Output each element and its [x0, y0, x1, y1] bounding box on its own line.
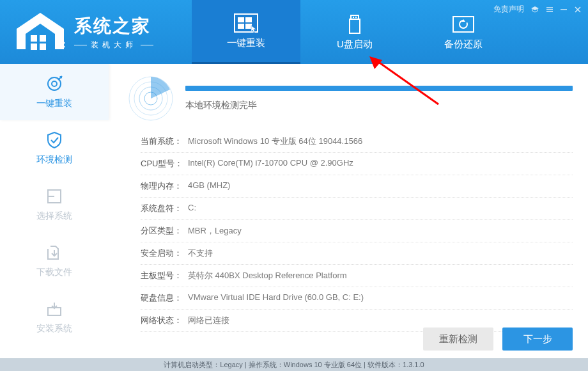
- logo-subtitle: 装机大师: [74, 40, 153, 51]
- tab-label: 一键重装: [227, 37, 265, 49]
- close-icon[interactable]: [574, 6, 582, 13]
- sidebar-item-select-system[interactable]: 选择系统: [0, 177, 109, 233]
- logo-title: 系统之家: [74, 14, 153, 38]
- sidebar-item-download[interactable]: 下载文件: [0, 233, 109, 289]
- info-row-disk: 硬盘信息：VMware Virtual IDE Hard Drive (60.0…: [141, 287, 573, 310]
- menu-icon[interactable]: [546, 6, 553, 13]
- logo-icon: [12, 10, 69, 54]
- svg-rect-4: [40, 43, 46, 50]
- action-buttons: 重新检测 下一步: [423, 328, 573, 351]
- usb-icon: [342, 14, 368, 35]
- svg-rect-3: [31, 43, 37, 50]
- svg-rect-18: [350, 19, 360, 33]
- tab-reinstall[interactable]: 一键重装: [192, 0, 300, 64]
- sidebar: 一键重装 环境检测 选择系统 下载文件 安装系统: [0, 64, 109, 358]
- target-icon: [45, 75, 63, 93]
- header: 系统之家 装机大师 一键重装 U盘启动 备份还原 免责声明: [0, 0, 588, 64]
- graduation-icon[interactable]: [530, 6, 539, 13]
- backup-icon: [451, 14, 476, 35]
- info-row-os: 当前系统：Microsoft Windows 10 专业版 64位 19044.…: [141, 130, 573, 153]
- scan-row: 本地环境检测完毕: [128, 75, 573, 122]
- tab-label: U盘启动: [337, 38, 373, 51]
- svg-rect-11: [245, 17, 252, 22]
- body: 一键重装 环境检测 选择系统 下载文件 安装系统: [0, 64, 588, 358]
- sidebar-label: 下载文件: [36, 267, 72, 278]
- info-row-memory: 物理内存：4GB (MHZ): [141, 175, 573, 198]
- info-list: 当前系统：Microsoft Windows 10 专业版 64位 19044.…: [128, 130, 573, 332]
- progress-bar: [185, 86, 573, 91]
- tab-label: 备份还原: [444, 38, 483, 51]
- sidebar-label: 选择系统: [36, 210, 72, 222]
- sidebar-item-install[interactable]: 安装系统: [0, 289, 109, 345]
- svg-rect-2: [40, 35, 46, 42]
- svg-rect-10: [238, 17, 244, 22]
- logo: 系统之家 装机大师: [12, 10, 153, 54]
- shield-check-icon: [45, 131, 63, 149]
- svg-point-5: [59, 42, 61, 44]
- download-icon: [45, 244, 63, 262]
- next-button[interactable]: 下一步: [502, 328, 573, 351]
- sidebar-item-env-check[interactable]: 环境检测: [0, 120, 109, 177]
- svg-rect-12: [238, 24, 244, 29]
- svg-point-6: [63, 42, 65, 44]
- sidebar-item-reinstall[interactable]: 一键重装: [0, 64, 109, 120]
- svg-rect-19: [453, 17, 474, 32]
- info-row-partition: 分区类型：MBR，Legacy: [141, 220, 573, 242]
- recheck-button[interactable]: 重新检测: [423, 328, 493, 351]
- sidebar-label: 一键重装: [36, 98, 72, 109]
- svg-rect-1: [31, 35, 37, 42]
- window-controls: 免责声明: [493, 4, 582, 15]
- svg-rect-16: [353, 17, 354, 18]
- svg-point-30: [52, 81, 57, 86]
- info-row-motherboard: 主板型号：英特尔 440BX Desktop Reference Platfor…: [141, 265, 573, 287]
- svg-rect-17: [355, 17, 357, 18]
- statusbar: 计算机启动类型：Legacy | 操作系统：Windows 10 专业版 64位…: [0, 358, 588, 371]
- main-panel: 本地环境检测完毕 当前系统：Microsoft Windows 10 专业版 6…: [109, 64, 588, 358]
- info-row-secure-boot: 安全启动：不支持: [141, 242, 573, 265]
- install-icon: [45, 300, 63, 318]
- sidebar-label: 安装系统: [36, 323, 72, 335]
- scan-status: 本地环境检测完毕: [185, 100, 573, 111]
- selection-icon: [45, 187, 63, 205]
- radar-icon: [128, 75, 174, 122]
- svg-point-7: [59, 46, 61, 48]
- top-tabs: 一键重装 U盘启动 备份还原: [192, 0, 518, 64]
- minimize-icon[interactable]: [560, 6, 568, 13]
- info-row-cpu: CPU型号：Intel(R) Core(TM) i7-10700 CPU @ 2…: [141, 153, 573, 175]
- tab-usb-boot[interactable]: U盘启动: [300, 0, 409, 64]
- disclaimer-link[interactable]: 免责声明: [493, 4, 524, 15]
- svg-point-8: [63, 46, 65, 48]
- info-row-drive: 系统盘符：C:: [141, 198, 573, 220]
- sidebar-label: 环境检测: [36, 154, 72, 166]
- svg-rect-13: [245, 24, 252, 29]
- windows-cursor-icon: [233, 13, 259, 33]
